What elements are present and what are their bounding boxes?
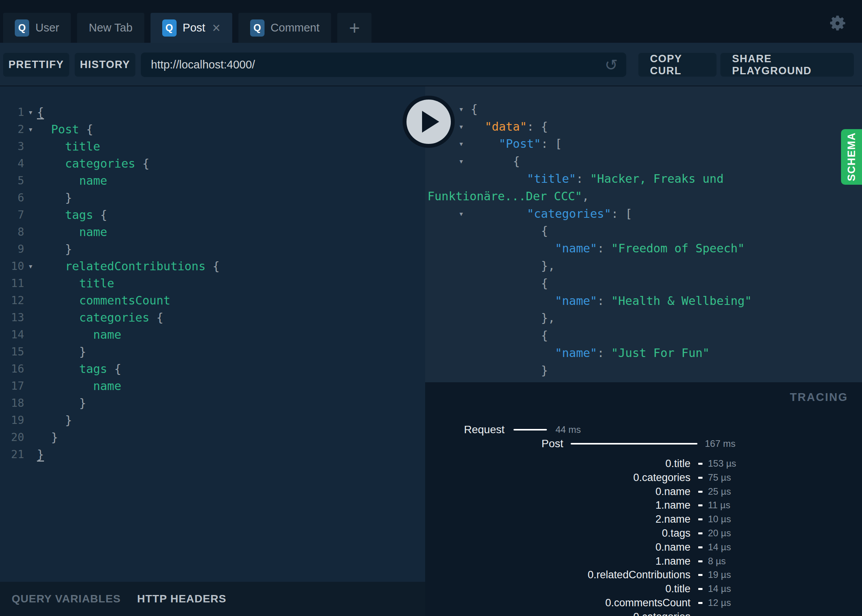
new-tab-button[interactable]: + (337, 13, 371, 43)
endpoint-url-input[interactable] (141, 58, 604, 71)
editor-line: 1▾{ (0, 103, 425, 121)
resolver-duration-bar (698, 602, 703, 604)
token (471, 154, 513, 168)
response-line: ▾ "categories": [ (425, 205, 862, 222)
token (37, 225, 79, 239)
token (471, 242, 555, 255)
fold-arrow-icon[interactable]: ▾ (459, 135, 464, 153)
tracing-resolver-row: 0.title14 µs (425, 582, 862, 595)
tab-new-tab[interactable]: New Tab (77, 13, 144, 43)
resolver-duration-bar (698, 491, 703, 493)
tab-user[interactable]: QUser (3, 13, 71, 43)
line-number: 17 (0, 380, 24, 392)
line-number: 12 (0, 294, 24, 307)
resolver-path: 0.name (425, 485, 690, 498)
tab-label: User (35, 21, 59, 34)
toolbar: PRETTIFY HISTORY ↺ COPY CURL SHARE PLAYG… (0, 43, 862, 86)
line-number: 10 (0, 260, 24, 273)
token (37, 345, 79, 359)
code-text: tags { (37, 208, 107, 222)
resolver-duration-bar (698, 518, 703, 520)
line-number: 14 (0, 328, 24, 341)
token: { (107, 362, 121, 376)
editor-line: 12 commentsCount (0, 292, 425, 309)
tracing-resolver-row: 0.tags20 µs (425, 527, 862, 540)
token (37, 430, 51, 444)
resolver-duration-text: 8 µs (708, 555, 726, 568)
response-line: { (425, 275, 862, 292)
token (471, 364, 541, 377)
token (471, 329, 541, 342)
code-text: } (37, 448, 44, 461)
editor-line: 2▾ Post { (0, 121, 425, 138)
schema-side-tab[interactable]: SCHEMA (841, 129, 862, 185)
span-duration-bar (571, 443, 697, 444)
response-line: ▾ "data": { (425, 118, 862, 135)
token (471, 276, 541, 290)
code-text: relatedContributions { (37, 259, 220, 273)
query-variables-tab[interactable]: QUERY VARIABLES (12, 593, 121, 605)
token: relatedContributions (65, 259, 205, 273)
code-text: categories { (37, 311, 163, 324)
token: { (149, 311, 163, 324)
token (471, 346, 555, 360)
tracing-resolver-row: 1.name11 µs (425, 499, 862, 512)
response-pane: ▾{▾ "data": {▾ "Post": [▾ { "title": "Ha… (425, 86, 862, 616)
share-playground-button[interactable]: SHARE PLAYGROUND (720, 53, 854, 77)
tracing-resolver-row: 0.categories (425, 610, 862, 616)
resolver-duration-text: 12 µs (708, 596, 731, 609)
token: Funktionäre...Der CCC" (427, 189, 582, 203)
span-label: Post (425, 437, 563, 450)
response-viewer: ▾{▾ "data": {▾ "Post": [▾ { "title": "Ha… (425, 86, 862, 382)
fold-arrow-icon[interactable]: ▾ (459, 205, 464, 222)
fold-arrow-icon[interactable]: ▾ (24, 124, 37, 134)
close-tab-icon[interactable]: × (212, 21, 221, 35)
editor-line: 14 name (0, 326, 425, 343)
token: { (541, 329, 548, 342)
line-number: 7 (0, 208, 24, 221)
token: "name" (555, 294, 597, 308)
fold-arrow-icon[interactable]: ▾ (24, 261, 37, 271)
copy-curl-button[interactable]: COPY CURL (638, 53, 717, 77)
execute-query-button[interactable] (403, 96, 455, 148)
prettify-button[interactable]: PRETTIFY (3, 53, 69, 77)
code-text: } (37, 430, 58, 444)
reload-schema-icon[interactable]: ↺ (604, 56, 626, 74)
editor-line: 3 title (0, 138, 425, 155)
token: tags (65, 208, 93, 222)
fold-arrow-icon[interactable]: ▾ (459, 118, 464, 135)
response-line: "name": "Freedom of Speech" (425, 240, 862, 257)
tab-post[interactable]: QPost× (151, 13, 232, 43)
resolver-duration-bar (698, 588, 703, 590)
editor-line: 10▾ relatedContributions { (0, 257, 425, 275)
history-button[interactable]: HISTORY (75, 53, 135, 77)
token (37, 259, 65, 273)
fold-arrow-icon[interactable]: ▾ (24, 107, 37, 117)
span-duration-text: 167 ms (705, 437, 736, 450)
span-duration-bar (513, 429, 547, 430)
resolver-path: 0.tags (425, 527, 690, 540)
token (471, 224, 541, 238)
token: categories (79, 311, 149, 324)
response-line: { (425, 327, 862, 344)
editor-line: 20 } (0, 429, 425, 446)
token: "Just For Fun" (611, 346, 710, 360)
line-number: 8 (0, 226, 24, 238)
fold-arrow-icon[interactable]: ▾ (459, 152, 464, 170)
token (471, 259, 541, 273)
token: } (65, 191, 72, 205)
settings-gear-icon[interactable] (828, 14, 847, 33)
token: "data" (485, 120, 527, 133)
response-line: "name": "Health & Wellbeing" (425, 292, 862, 310)
fold-arrow-icon[interactable]: ▾ (459, 100, 464, 118)
response-line: "name": "Just For Fun" (425, 344, 862, 362)
tab-comment[interactable]: QComment (238, 13, 331, 43)
resolver-duration-text: 20 µs (708, 527, 731, 540)
query-editor[interactable]: 1▾{2▾ Post {3 title4 categories {5 name6… (0, 103, 425, 463)
tab-bar: QUserNew TabQPost×QComment+ (3, 13, 371, 43)
http-headers-tab[interactable]: HTTP HEADERS (137, 593, 226, 605)
tracing-resolver-row: 2.name10 µs (425, 513, 862, 526)
token: { (93, 208, 107, 222)
token (37, 413, 65, 427)
play-circle (406, 100, 451, 144)
